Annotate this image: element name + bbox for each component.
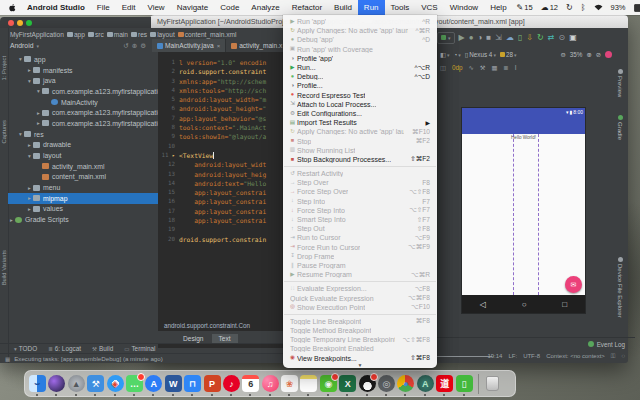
menu-item-attach-to-local-process-[interactable]: ⇲Attach to Local Process...	[283, 100, 437, 109]
tree-item-mipmap[interactable]: ▸mipmap	[8, 193, 178, 204]
tool-window-button-todo[interactable]: ▾TODO	[14, 345, 37, 352]
breadcrumb-item-src[interactable]: src	[88, 31, 104, 38]
dock-icon-excel[interactable]: X	[339, 375, 356, 392]
dock-icon-youdao-dict[interactable]: 道	[436, 375, 453, 392]
menubar-item-android-studio[interactable]: Android Studio	[21, 0, 91, 15]
menu-item-record-espresso-test[interactable]: ●Record Espresso Test	[283, 91, 437, 100]
menubar-item-vcs[interactable]: VCS	[415, 0, 443, 15]
dock-icon-launchpad[interactable]: ▲	[68, 375, 85, 392]
tree-arrow-icon[interactable]: ▸	[26, 142, 33, 148]
tree-arrow-icon[interactable]: ▾	[35, 88, 42, 94]
zoom-level[interactable]: 35%	[570, 51, 583, 58]
gradle-sync-icon[interactable]: ↻	[537, 34, 544, 42]
nav-back-button[interactable]: ◁	[480, 300, 486, 309]
menubar-item-view[interactable]: View	[141, 0, 170, 15]
api-level-selector[interactable]: 28▾	[500, 51, 517, 58]
menubar-item-window[interactable]: Window	[444, 0, 484, 15]
device-selector[interactable]: ▯Nexus 4▾	[465, 51, 496, 58]
menu-item-restart-activity[interactable]: ↺Restart Activity	[283, 169, 437, 178]
menu-item-toggle-line-breakpoint[interactable]: Toggle Line Breakpoint⌘F8	[283, 317, 437, 326]
refresh-preview-button[interactable]: ⊘	[596, 51, 601, 58]
menubar-item-refactor[interactable]: Refactor	[286, 0, 328, 15]
event-log-button[interactable]: Event Log	[597, 341, 625, 348]
menu-item-apply-changes-no-active-app-la[interactable]: ↻Apply Changes: No active 'app' launch⌘F…	[283, 127, 437, 136]
zoom-out-button[interactable]: ⊖	[561, 51, 566, 58]
tree-item-values[interactable]: ▸values	[8, 204, 158, 215]
dock-icon-chrome[interactable]: ●	[397, 375, 414, 392]
close-tab-icon[interactable]: ×	[217, 43, 221, 49]
dock-icon-messages[interactable]: …	[126, 375, 143, 392]
tree-item-com-example-a123-myfirst[interactable]: ▸com.example.a123.myfirstapplication (an	[8, 107, 158, 118]
menu-item-force-step-over[interactable]: →Force Step Over⌥⇧F8	[283, 187, 437, 196]
tree-arrow-icon[interactable]: ▸	[26, 185, 33, 191]
tool-window-button-6-logcat[interactable]: ≣6: Logcat	[48, 345, 81, 352]
menu-item-evaluate-expression-[interactable]: ∷Evaluate Expression...⌥F8	[283, 284, 437, 293]
dock-icon-powerpoint[interactable]: P	[204, 375, 221, 392]
tree-arrow-icon[interactable]: ▸	[35, 110, 42, 116]
menu-scroll-down-icon[interactable]: ▼	[283, 363, 437, 367]
menu-item-apply-changes-no-active-app-la[interactable]: ↻Apply Changes: No active 'app' launch^⌘…	[283, 26, 437, 35]
tree-item-manifests[interactable]: ▸manifests	[8, 65, 158, 76]
dock-icon-xcode[interactable]: ⚒	[87, 375, 104, 392]
search-everywhere-icon[interactable]: ⊙	[558, 34, 565, 42]
tool-window-button-terminal[interactable]: ▭Terminal	[124, 345, 155, 352]
dock-icon-trash[interactable]	[484, 375, 501, 392]
tree-item-menu[interactable]: ▸menu	[8, 182, 158, 193]
tree-item-res[interactable]: ▾res	[8, 129, 158, 140]
menu-item-debug-[interactable]: ●Debug...^⌥D	[283, 72, 437, 81]
project-panel-header[interactable]: Android ▾ ↺⊕⚙	[0, 42, 152, 50]
preview-tool-icon-0[interactable]: ◫	[440, 64, 446, 71]
tab-design[interactable]: Design	[176, 334, 211, 343]
record-indicator[interactable]	[605, 51, 612, 58]
minimize-window-button[interactable]	[17, 20, 23, 26]
tool-window-button-build[interactable]: ⚒Build	[92, 345, 113, 352]
menu-item-force-run-to-cursor[interactable]: ⇥Force Run to Cursor⌥⌘F9	[283, 243, 437, 252]
breadcrumb-item-res[interactable]: res	[131, 31, 147, 38]
menu-item-smart-step-into[interactable]: ↓Smart Step Into⇧F7	[283, 215, 437, 224]
tool-tab-preview[interactable]: Preview	[617, 69, 623, 97]
menu-item-profile-app-[interactable]: ◑Profile 'app'	[283, 54, 437, 63]
tree-item-com-example-a123-myfirst[interactable]: ▾com.example.a123.myfirstapplication	[8, 86, 158, 97]
tree-arrow-icon[interactable]: ▸	[26, 67, 33, 73]
tool-tab-device-file-explorer[interactable]: Device File Explorer	[617, 257, 623, 318]
menu-item-stop-background-processes-[interactable]: ■Stop Background Processes...⇧⌘F2	[283, 155, 437, 164]
dock-icon-notes[interactable]	[300, 375, 317, 392]
tool-tab-captures[interactable]: Captures	[1, 120, 7, 144]
api-time-selector[interactable]: ◔▾	[453, 51, 460, 58]
profile-button[interactable]: ◑	[478, 34, 483, 42]
tree-item-drawable[interactable]: ▸drawable	[8, 140, 158, 151]
menu-item-run-app-[interactable]: ▶Run 'app'^R	[283, 17, 437, 26]
tool-tab-build-variants[interactable]: Build Variants	[1, 250, 7, 285]
dock-icon-siri[interactable]	[48, 375, 65, 392]
stop-button[interactable]: ■	[486, 34, 491, 42]
breadcrumb-item-myfirstapplication[interactable]: MyFirstApplication	[10, 31, 64, 38]
cloud-icon[interactable]: ☁	[506, 34, 514, 42]
dock-icon-finder[interactable]: ⌣	[29, 375, 46, 392]
layout-inspector-icon[interactable]: ⇄	[548, 34, 555, 42]
project-panel-icon-0[interactable]: ↺	[123, 42, 128, 50]
tree-item-content-main-xml[interactable]: content_main.xml	[8, 172, 158, 183]
tree-arrow-icon[interactable]: ▾	[17, 131, 24, 137]
attach-debugger-icon[interactable]: ⇲	[495, 34, 502, 42]
nav-home-button[interactable]: ○	[522, 300, 527, 309]
menu-item-stop[interactable]: ■Stop⌘F2	[283, 136, 437, 145]
menu-item-toggle-method-breakpoint[interactable]: Toggle Method Breakpoint	[283, 326, 437, 335]
menu-item-import-test-results[interactable]: ▤Import Test Results▶	[283, 118, 437, 127]
dock-icon-calendar[interactable]: 6	[242, 375, 259, 392]
menu-item-force-step-into[interactable]: ↓Force Step Into⌥⇧F7	[283, 206, 437, 215]
close-window-button[interactable]	[8, 20, 14, 26]
dock-icon-qq[interactable]	[359, 375, 376, 392]
menu-item-drop-frame[interactable]: ↧Drop Frame	[283, 252, 437, 261]
tree-item-gradle-scripts[interactable]: ▸Gradle Scripts	[8, 214, 158, 225]
tree-arrow-icon[interactable]: ▾	[26, 78, 33, 84]
menu-item-show-running-list[interactable]: ▥Show Running List	[283, 146, 437, 155]
sdk-manager-icon[interactable]: ⇩	[526, 34, 533, 42]
breadcrumb-item-content-main-xml[interactable]: content_main.xml	[178, 31, 237, 38]
run-config-chip[interactable]: ▾	[437, 32, 455, 44]
menu-item-toggle-temporary-line-breakpoi[interactable]: Toggle Temporary Line Breakpoint⌥⇧⌘F8	[283, 335, 437, 344]
menubar-item-build[interactable]: Build	[328, 0, 358, 15]
menubar-item-tools[interactable]: Tools	[385, 0, 416, 15]
menu-item-pause-program[interactable]: ∥Pause Program	[283, 261, 437, 270]
tree-item-mainactivity[interactable]: MainActivity	[8, 97, 158, 108]
menu-item-quick-evaluate-expression[interactable]: Quick Evaluate Expression⌥⌘F8	[283, 293, 437, 302]
